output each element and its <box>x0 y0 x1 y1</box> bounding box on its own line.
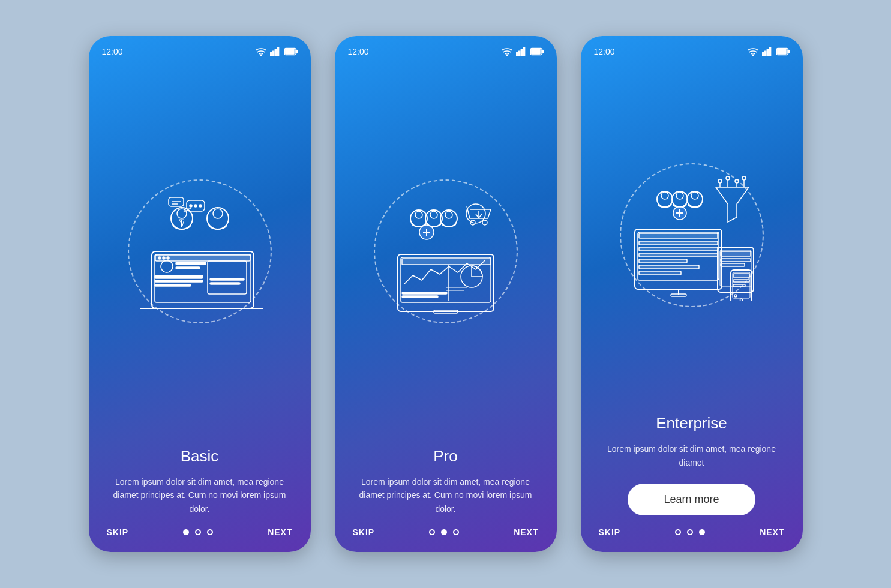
svg-rect-75 <box>767 50 769 56</box>
bottom-content-enterprise: Enterprise Lorem ipsum dolor sit dim ame… <box>581 402 803 515</box>
svg-point-93 <box>734 295 737 297</box>
pro-dot-3 <box>453 529 459 535</box>
status-icons-basic <box>256 47 298 56</box>
pro-next-button[interactable]: NEXT <box>514 527 538 537</box>
bottom-content-basic: Basic Lorem ipsum dolor sit dim amet, me… <box>89 435 311 515</box>
enterprise-title: Enterprise <box>656 414 727 433</box>
svg-point-106 <box>676 192 683 199</box>
basic-skip-button[interactable]: SKIP <box>107 527 129 537</box>
svg-rect-100 <box>733 274 749 277</box>
svg-point-38 <box>506 55 507 56</box>
nav-bar-pro: SKIP NEXT <box>335 515 557 552</box>
pro-illustration <box>365 185 527 317</box>
svg-point-115 <box>726 176 730 180</box>
svg-rect-94 <box>721 251 751 256</box>
svg-rect-3 <box>275 50 277 56</box>
svg-point-62 <box>430 211 437 218</box>
signal-icon-pro <box>516 47 527 56</box>
svg-rect-16 <box>155 284 191 286</box>
svg-rect-18 <box>210 278 244 280</box>
svg-point-108 <box>691 192 698 199</box>
svg-point-72 <box>752 55 753 56</box>
svg-rect-58 <box>402 296 438 298</box>
basic-title: Basic <box>181 447 219 466</box>
pro-description: Lorem ipsum dolor sit dim amet, mea regi… <box>353 475 539 515</box>
svg-point-11 <box>161 260 173 272</box>
status-time-enterprise: 12:00 <box>594 47 615 56</box>
svg-point-119 <box>742 176 746 180</box>
status-icons-enterprise <box>748 47 790 56</box>
basic-dots <box>183 529 213 535</box>
basic-description: Lorem ipsum dolor sit dim amet, mea regi… <box>107 475 293 515</box>
svg-rect-12 <box>176 262 206 265</box>
svg-rect-40 <box>518 51 520 56</box>
illustration-pro <box>335 68 557 435</box>
svg-rect-7 <box>285 49 293 54</box>
wifi-icon-enterprise <box>748 47 758 56</box>
basic-dot-3 <box>207 529 213 535</box>
enterprise-dot-3 <box>699 529 705 535</box>
signal-icon-enterprise <box>762 47 773 56</box>
svg-point-23 <box>167 257 169 259</box>
svg-rect-45 <box>531 49 539 54</box>
pro-dot-1 <box>429 529 435 535</box>
basic-dot-2 <box>195 529 201 535</box>
basic-next-button[interactable]: NEXT <box>268 527 292 537</box>
wifi-icon-pro <box>502 47 512 56</box>
svg-rect-13 <box>176 267 200 269</box>
svg-rect-87 <box>639 253 718 257</box>
illustration-basic <box>89 68 311 435</box>
pro-title: Pro <box>433 447 457 466</box>
svg-point-31 <box>190 205 192 207</box>
enterprise-dots <box>675 529 705 535</box>
enterprise-next-button[interactable]: NEXT <box>760 527 784 537</box>
svg-rect-15 <box>155 280 203 282</box>
nav-bar-enterprise: SKIP NEXT <box>581 515 803 552</box>
svg-point-113 <box>718 179 722 183</box>
basic-illustration <box>122 185 278 317</box>
svg-rect-39 <box>516 53 518 56</box>
svg-rect-76 <box>769 47 771 56</box>
svg-rect-101 <box>733 280 749 282</box>
svg-rect-84 <box>639 233 718 238</box>
pro-skip-button[interactable]: SKIP <box>353 527 375 537</box>
pro-dots <box>429 529 459 535</box>
svg-point-33 <box>199 205 202 207</box>
svg-rect-19 <box>210 283 240 284</box>
svg-rect-41 <box>521 50 523 56</box>
enterprise-skip-button[interactable]: SKIP <box>599 527 621 537</box>
svg-point-69 <box>482 220 487 225</box>
enterprise-phone-card: 12:00 <box>581 36 803 552</box>
status-bar-pro: 12:00 <box>335 47 557 56</box>
basic-phone-card: 12:00 <box>89 36 311 552</box>
pro-dot-2 <box>441 529 447 535</box>
svg-point-71 <box>466 204 485 223</box>
svg-point-32 <box>194 205 197 207</box>
svg-rect-89 <box>639 265 699 269</box>
battery-icon-pro <box>530 47 544 56</box>
svg-point-22 <box>163 257 165 259</box>
svg-rect-79 <box>777 49 785 54</box>
svg-rect-50 <box>402 259 491 265</box>
signal-icon-basic <box>270 47 281 56</box>
status-bar-enterprise: 12:00 <box>581 47 803 56</box>
wifi-icon-basic <box>256 47 266 56</box>
svg-point-117 <box>735 179 739 183</box>
svg-rect-73 <box>762 53 764 56</box>
svg-point-64 <box>445 211 452 218</box>
svg-point-104 <box>661 192 668 199</box>
status-bar-basic: 12:00 <box>89 47 311 56</box>
svg-rect-74 <box>764 51 766 56</box>
svg-rect-17 <box>208 261 247 294</box>
svg-rect-42 <box>523 47 525 56</box>
svg-rect-1 <box>270 53 272 56</box>
svg-rect-86 <box>639 247 718 251</box>
illustration-enterprise <box>581 68 803 402</box>
svg-point-0 <box>260 55 261 56</box>
basic-dot-1 <box>183 529 189 535</box>
svg-rect-102 <box>733 284 745 287</box>
learn-more-button[interactable]: Learn more <box>628 484 755 515</box>
svg-rect-4 <box>277 47 279 56</box>
status-time-basic: 12:00 <box>102 47 123 56</box>
svg-rect-6 <box>296 50 298 53</box>
